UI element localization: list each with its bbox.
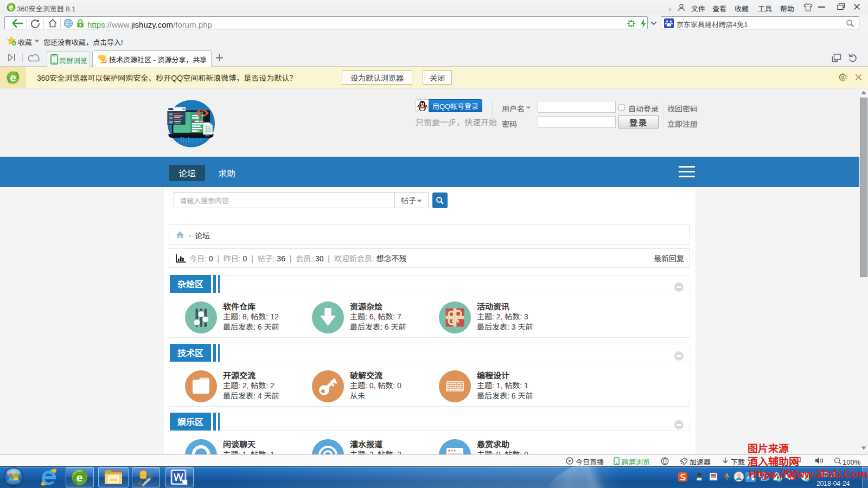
svg-text:e: e [76, 471, 83, 484]
svg-text:e: e [10, 72, 16, 84]
svg-text:Jishuzy: Jishuzy [179, 136, 203, 144]
svg-text:e: e [9, 3, 13, 11]
